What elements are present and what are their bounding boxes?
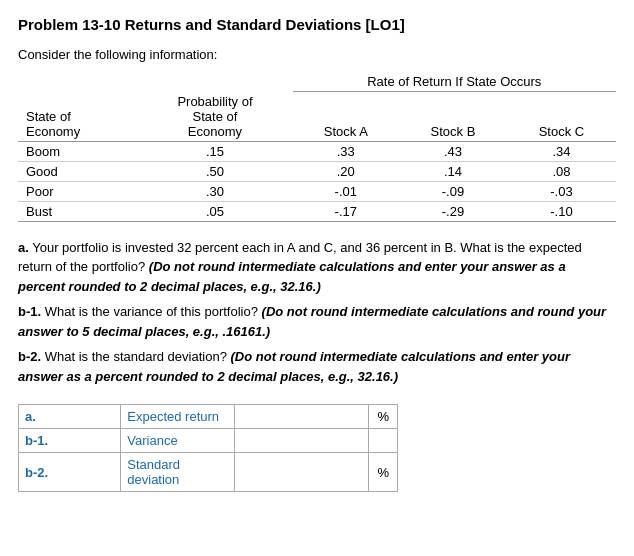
cell-stock-b: -.09 xyxy=(399,181,507,201)
answer-input[interactable] xyxy=(235,430,369,451)
answer-table: a. Expected return % b-1. Variance b-2. … xyxy=(18,404,398,492)
answer-input-cell[interactable] xyxy=(234,429,369,453)
cell-prob: .15 xyxy=(137,141,292,161)
answer-row: b-1. Variance xyxy=(19,429,398,453)
col-header-prob: Probability ofState ofEconomy xyxy=(137,92,292,142)
cell-stock-b: .43 xyxy=(399,141,507,161)
col-header-stock-c: Stock C xyxy=(507,92,616,142)
col-header-stock-a: Stock A xyxy=(293,92,400,142)
cell-stock-c: .34 xyxy=(507,141,616,161)
answer-input-cell[interactable] xyxy=(234,453,369,492)
answer-label: Variance xyxy=(121,429,234,453)
data-table: Rate of Return If State Occurs State ofE… xyxy=(18,72,616,222)
table-row: Good .50 .20 .14 .08 xyxy=(18,161,616,181)
answer-input[interactable] xyxy=(235,462,369,483)
table-row: Poor .30 -.01 -.09 -.03 xyxy=(18,181,616,201)
cell-stock-a: .33 xyxy=(293,141,400,161)
answer-input[interactable] xyxy=(235,406,369,427)
cell-stock-a: .20 xyxy=(293,161,400,181)
q-a-prefix: a. xyxy=(18,240,29,255)
col-header-stock-b: Stock B xyxy=(399,92,507,142)
questions-section: a. Your portfolio is invested 32 percent… xyxy=(18,238,616,387)
page-title: Problem 13-10 Returns and Standard Devia… xyxy=(18,16,616,33)
rate-header: Rate of Return If State Occurs xyxy=(293,72,617,92)
q-b1-prefix: b-1. xyxy=(18,304,41,319)
cell-stock-a: -.17 xyxy=(293,201,400,221)
answer-label: Expected return xyxy=(121,405,234,429)
answer-row-id: a. xyxy=(19,405,121,429)
answer-row-id: b-2. xyxy=(19,453,121,492)
q-b2-text: What is the standard deviation? xyxy=(45,349,227,364)
question-b1: b-1. What is the variance of this portfo… xyxy=(18,302,616,341)
table-row: Boom .15 .33 .43 .34 xyxy=(18,141,616,161)
unit-cell xyxy=(369,429,398,453)
cell-state: Poor xyxy=(18,181,137,201)
cell-prob: .50 xyxy=(137,161,292,181)
cell-stock-c: -.10 xyxy=(507,201,616,221)
cell-state: Good xyxy=(18,161,137,181)
col-header-state: State ofEconomy xyxy=(18,92,137,142)
cell-state: Boom xyxy=(18,141,137,161)
cell-stock-a: -.01 xyxy=(293,181,400,201)
cell-stock-b: -.29 xyxy=(399,201,507,221)
cell-stock-c: .08 xyxy=(507,161,616,181)
cell-stock-c: -.03 xyxy=(507,181,616,201)
answer-row-id: b-1. xyxy=(19,429,121,453)
answer-input-cell[interactable] xyxy=(234,405,369,429)
cell-state: Bust xyxy=(18,201,137,221)
q-b1-text: What is the variance of this portfolio? xyxy=(45,304,258,319)
intro-text: Consider the following information: xyxy=(18,47,616,62)
question-b2: b-2. What is the standard deviation? (Do… xyxy=(18,347,616,386)
answer-label: Standard deviation xyxy=(121,453,234,492)
cell-stock-b: .14 xyxy=(399,161,507,181)
answer-row: a. Expected return % xyxy=(19,405,398,429)
unit-cell: % xyxy=(369,405,398,429)
question-a: a. Your portfolio is invested 32 percent… xyxy=(18,238,616,297)
cell-prob: .05 xyxy=(137,201,292,221)
answer-row: b-2. Standard deviation % xyxy=(19,453,398,492)
cell-prob: .30 xyxy=(137,181,292,201)
unit-cell: % xyxy=(369,453,398,492)
q-b2-prefix: b-2. xyxy=(18,349,41,364)
table-row: Bust .05 -.17 -.29 -.10 xyxy=(18,201,616,221)
